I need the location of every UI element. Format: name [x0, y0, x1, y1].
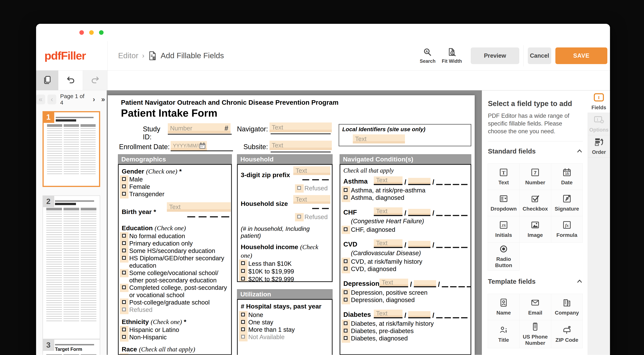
education-checkbox-option[interactable]: Refused [122, 306, 228, 314]
cancel-button[interactable]: Cancel [528, 48, 551, 64]
minimize-window-icon[interactable] [89, 30, 94, 35]
form-program-title: Patient Navigator Outreach and Chronic D… [121, 99, 338, 106]
redo-button[interactable] [83, 70, 108, 90]
mini-title-line [55, 203, 76, 205]
education-checkbox-option[interactable]: Completed college, post-secondary or voc… [122, 284, 228, 299]
tab-fields[interactable]: I Fields [588, 90, 610, 113]
condition-date-field[interactable]: Text [374, 310, 402, 318]
education-checkbox-option[interactable]: No formal education [122, 232, 228, 240]
pages-sidebar: « ‹ Page 1 of 4 › » 1 [36, 90, 107, 355]
checkbox-icon [344, 321, 348, 325]
mini-text-line [55, 344, 94, 345]
zip-prefix-field[interactable]: Text [293, 166, 330, 175]
undo-button[interactable] [58, 70, 83, 90]
income-checkbox-option[interactable]: $20K to $29,999 [241, 275, 329, 282]
condition-date-field[interactable]: Text [380, 279, 408, 287]
template-fields-section-header[interactable]: Template fields [488, 278, 583, 285]
field-type-panel: Select a field type to add PDF Editor ha… [482, 90, 588, 355]
field-type-cell[interactable]: Checkbox [519, 190, 551, 216]
save-button[interactable]: SAVE [555, 48, 607, 64]
field-type-cell[interactable]: 7 Number [519, 164, 551, 190]
field-type-cell[interactable]: Email [519, 294, 551, 320]
field-type-cell[interactable]: Company [551, 294, 583, 320]
page-thumbnail[interactable]: 3 Target Form [42, 339, 100, 355]
gender-checkbox-option[interactable]: Male [122, 176, 228, 183]
education-checkbox-option[interactable]: Some HS/secondary education [122, 247, 228, 254]
gender-checkbox-option[interactable]: Transgender [122, 190, 228, 198]
first-page-button[interactable]: « [36, 94, 45, 104]
education-checkbox-option[interactable]: Post-college/graduate school [122, 299, 228, 306]
gender-checkbox-option[interactable]: Female [122, 183, 228, 190]
income-checkbox-option[interactable]: $10K to $19,999 [241, 268, 329, 275]
next-page-button[interactable]: › [90, 94, 98, 104]
condition-checkbox-option[interactable]: CHF, diagnosed [343, 226, 468, 233]
zip-refused-checkbox[interactable]: Refused [297, 184, 328, 192]
field-type-cell[interactable]: T Text [488, 164, 520, 190]
pdffiller-logo[interactable]: pdfFiller [44, 49, 86, 62]
household-size-field[interactable]: Text [293, 195, 330, 204]
field-type-cell[interactable]: ZIP Code [551, 320, 583, 348]
hospital-stays-checkbox-option[interactable]: One stay [241, 318, 329, 326]
field-type-icon [562, 325, 572, 335]
previous-page-button[interactable]: ‹ [48, 94, 56, 104]
field-type-cell[interactable]: Signature [551, 190, 583, 216]
field-type-cell[interactable]: fx Formula [551, 216, 583, 242]
condition-date-field[interactable] [408, 241, 430, 248]
close-window-icon[interactable] [79, 30, 84, 35]
page-thumbnail[interactable]: 2 [42, 196, 100, 339]
fit-width-button[interactable]: Fit Width [440, 48, 464, 64]
subsite-label: Subsite: [221, 143, 268, 151]
condition-checkbox-option[interactable]: Diabetes, at risk/family history [343, 320, 468, 327]
edit-toolbar [36, 70, 610, 90]
condition-checkbox-option[interactable]: Asthma, at risk/pre-asthma [343, 186, 468, 194]
breadcrumb-editor-link[interactable]: Editor [118, 51, 138, 60]
birth-year-field[interactable]: Text [167, 202, 231, 212]
standard-fields-section-header[interactable]: Standard fields [488, 148, 583, 155]
condition-checkbox-option[interactable]: Depression, diagnosed [343, 296, 468, 304]
maximize-window-icon[interactable] [99, 30, 104, 35]
pages-copy-button[interactable] [36, 70, 58, 90]
ethnicity-checkbox-option[interactable]: Non-Hispanic [122, 334, 228, 341]
local-identifiers-field[interactable]: Text [353, 134, 405, 144]
condition-checkbox-option[interactable]: Diabetes, pre-diabetes [343, 327, 468, 334]
page-thumbnail[interactable]: 1 [42, 111, 100, 187]
chevron-up-icon[interactable] [576, 148, 583, 154]
size-refused-checkbox[interactable]: Refused [297, 213, 328, 220]
tab-order[interactable]: Order [588, 135, 610, 158]
ethnicity-checkbox-option[interactable]: Hispanic or Latino [122, 326, 228, 334]
condition-date-field[interactable] [408, 311, 430, 318]
field-type-cell[interactable]: Image [519, 216, 551, 242]
condition-checkbox-option[interactable]: CVD, diagnosed [343, 265, 468, 272]
field-type-cell[interactable]: JS Initials [488, 216, 520, 242]
condition-checkbox-option[interactable]: Diabetes, diagnosed [343, 334, 468, 342]
condition-date-field[interactable] [408, 178, 430, 185]
search-button[interactable]: A Search [416, 48, 440, 64]
education-checkbox-option[interactable]: Some college/vocational school/ other po… [122, 269, 228, 284]
condition-date-field[interactable]: Text [374, 239, 402, 248]
field-type-cell[interactable]: Radio Button [488, 242, 520, 270]
field-type-cell[interactable]: Title [488, 320, 520, 348]
hospital-stays-checkbox-option[interactable]: Not Available [241, 333, 329, 341]
hospital-stays-checkbox-option[interactable]: More than 1 stay [241, 326, 329, 333]
condition-date-field[interactable]: Text [374, 176, 402, 185]
education-checkbox-option[interactable]: Primary education only [122, 240, 228, 247]
condition-checkbox-option[interactable]: Depression, positive screen [343, 289, 468, 296]
field-type-cell[interactable]: US Phone Number [519, 320, 551, 348]
field-type-cell[interactable]: Name [488, 294, 520, 320]
income-checkbox-option[interactable]: Less than $10K [241, 260, 329, 268]
chevron-up-icon[interactable] [576, 278, 583, 285]
breadcrumb-separator-icon: › [142, 52, 144, 60]
tab-options[interactable]: I Options [588, 113, 610, 135]
race-checkbox-option[interactable]: White [122, 354, 228, 355]
condition-date-field[interactable] [414, 280, 436, 287]
field-type-cell[interactable]: Dropdown [488, 190, 520, 216]
condition-date-field[interactable]: Text [374, 207, 402, 216]
last-page-button[interactable]: » [100, 94, 106, 104]
hospital-stays-checkbox-option[interactable]: None [241, 311, 329, 318]
preview-button[interactable]: Preview [471, 48, 519, 64]
education-checkbox-option[interactable]: HS Diploma/GED/other secondary education [122, 254, 228, 269]
condition-checkbox-option[interactable]: Asthma, diagnosed [343, 194, 468, 201]
condition-date-field[interactable] [408, 209, 430, 216]
condition-checkbox-option[interactable]: CVD, at risk/family history [343, 258, 468, 265]
field-type-cell[interactable]: 15 Date [551, 164, 583, 190]
